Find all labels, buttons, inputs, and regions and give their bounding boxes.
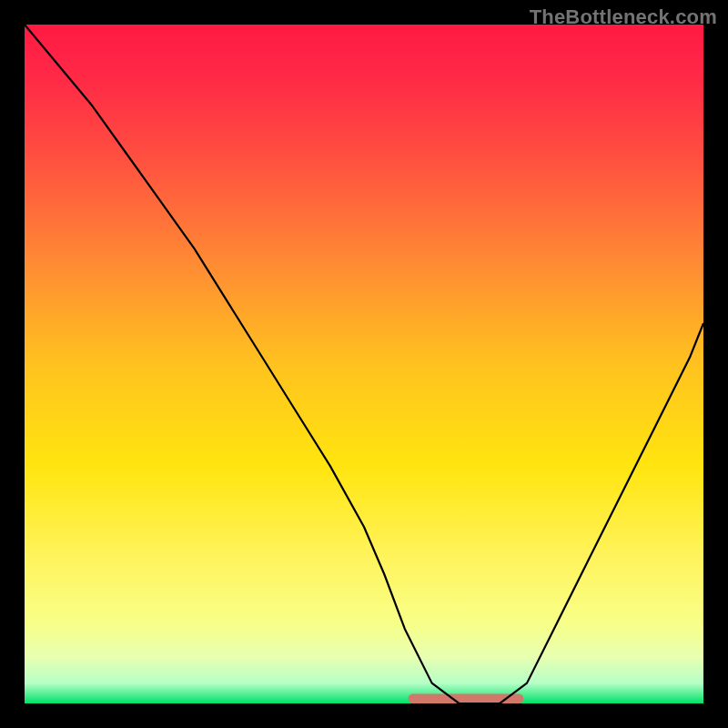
gradient-background bbox=[25, 25, 703, 703]
chart-svg bbox=[25, 25, 703, 703]
plot-inner bbox=[25, 25, 703, 703]
plot-outer-frame bbox=[25, 25, 703, 703]
chart-stage: TheBottleneck.com bbox=[0, 0, 728, 728]
